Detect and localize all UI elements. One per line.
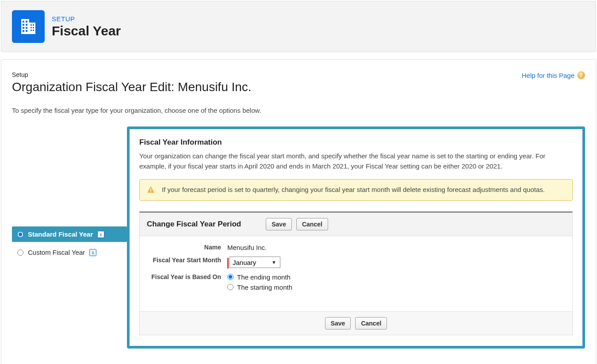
svg-rect-7 [26, 27, 27, 29]
detail-panel: Fiscal Year Information Your organizatio… [127, 126, 585, 349]
banner-title: Fiscal Year [52, 23, 121, 38]
svg-rect-0 [21, 19, 29, 34]
svg-rect-3 [26, 21, 27, 23]
start-month-select-wrap[interactable]: January ▼ [230, 257, 280, 268]
building-icon [12, 10, 45, 43]
name-value: Menusifu Inc. [227, 243, 267, 251]
radio-label: The starting month [237, 284, 292, 291]
warning-icon [147, 186, 155, 194]
svg-rect-9 [26, 30, 27, 32]
panel-description: Your organization can change the fiscal … [139, 151, 564, 171]
help-link-label: Help for this Page [522, 72, 574, 79]
sidebar-item-custom[interactable]: Custom Fiscal Year i [12, 245, 127, 260]
banner-eyebrow: SETUP [52, 15, 121, 23]
svg-rect-10 [31, 24, 32, 26]
save-button[interactable]: Save [266, 218, 292, 230]
svg-rect-13 [33, 27, 34, 28]
svg-rect-16 [150, 188, 151, 191]
svg-rect-8 [23, 30, 24, 32]
top-banner: SETUP Fiscal Year [1, 1, 596, 52]
svg-rect-11 [33, 24, 34, 26]
help-icon: ? [577, 71, 585, 79]
form-section: Change Fiscal Year Period Save Cancel Na… [139, 211, 573, 335]
svg-rect-5 [26, 24, 27, 26]
based-on-label: Fiscal Year is Based On [149, 273, 227, 282]
cancel-button[interactable]: Cancel [296, 218, 328, 230]
required-indicator [227, 258, 229, 268]
based-on-ending[interactable]: The ending month [227, 273, 292, 281]
help-link[interactable]: Help for this Page ? [522, 71, 585, 79]
radio-standard[interactable] [17, 231, 23, 238]
panel-title: Fiscal Year Information [139, 138, 573, 147]
save-button-bottom[interactable]: Save [325, 317, 351, 330]
sidebar-item-standard[interactable]: Standard Fiscal Year i [12, 226, 127, 242]
info-icon[interactable]: i [97, 231, 104, 238]
cancel-button-bottom[interactable]: Cancel [355, 317, 387, 330]
warning-message: If your forecast period is set to quarte… [162, 185, 545, 195]
svg-rect-2 [23, 21, 24, 23]
sidebar-item-label: Standard Fiscal Year [28, 230, 93, 238]
svg-rect-1 [29, 23, 35, 34]
svg-rect-4 [23, 24, 24, 26]
svg-rect-12 [31, 27, 32, 28]
start-month-label: Fiscal Year Start Month [149, 256, 227, 265]
radio-label: The ending month [237, 273, 291, 281]
radio-custom[interactable] [17, 249, 23, 256]
breadcrumb: Setup [12, 71, 252, 78]
main-card: Setup Organization Fiscal Year Edit: Men… [1, 59, 596, 364]
svg-rect-6 [23, 27, 24, 29]
svg-rect-15 [33, 30, 34, 31]
start-month-select[interactable]: January [230, 258, 279, 267]
radio-ending-month[interactable] [227, 274, 233, 280]
name-label: Name [149, 243, 227, 252]
fiscal-type-sidebar: Standard Fiscal Year i Custom Fiscal Yea… [12, 126, 127, 263]
radio-starting-month[interactable] [227, 284, 233, 290]
svg-rect-14 [31, 30, 32, 31]
svg-rect-17 [150, 191, 151, 192]
based-on-starting[interactable]: The starting month [227, 284, 292, 291]
intro-text: To specify the fiscal year type for your… [12, 107, 585, 114]
warning-box: If your forecast period is set to quarte… [139, 179, 573, 201]
sidebar-item-label: Custom Fiscal Year [28, 249, 85, 256]
info-icon[interactable]: i [89, 249, 96, 256]
page-title: Organization Fiscal Year Edit: Menusifu … [12, 80, 252, 94]
form-section-title: Change Fiscal Year Period [147, 220, 241, 229]
